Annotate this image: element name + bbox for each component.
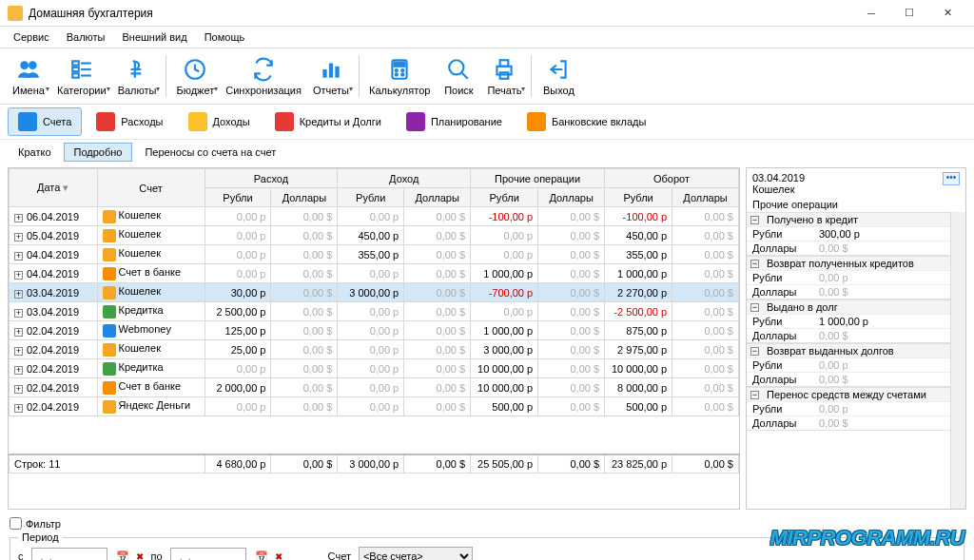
subtab-0[interactable]: Кратко — [8, 143, 62, 162]
navtab-2[interactable]: Доходы — [178, 107, 261, 136]
menu-item-1[interactable]: Валюты — [59, 29, 113, 45]
expand-icon[interactable]: + — [14, 328, 23, 337]
svg-rect-3 — [72, 68, 79, 71]
detail-account: Кошелек — [752, 183, 805, 195]
account-icon — [103, 267, 116, 280]
expand-icon[interactable]: + — [14, 347, 23, 356]
date-to-input[interactable] — [170, 548, 246, 560]
toolbar-Бюджет[interactable]: Бюджет▾ — [170, 50, 220, 102]
calendar-icon[interactable]: 📅 — [254, 549, 269, 560]
account-icon — [103, 381, 116, 395]
toolbar-Синхронизация[interactable]: Синхронизация — [220, 50, 307, 102]
detail-more-button[interactable]: ••• — [943, 172, 960, 185]
toolbar-Выход[interactable]: Выход — [536, 50, 581, 102]
table-row[interactable]: +04.04.2019Кошелек0,00 р0,00 $355,00 р0,… — [10, 245, 739, 264]
toolbar-Печать[interactable]: Печать▾ — [481, 50, 527, 102]
close-button[interactable]: ✕ — [928, 0, 966, 27]
account-icon — [103, 286, 116, 299]
menu-item-2[interactable]: Внешний вид — [115, 29, 195, 45]
navtab-1[interactable]: Расходы — [86, 107, 173, 136]
navtab-5[interactable]: Банковские вклады — [516, 107, 656, 136]
svg-rect-9 — [322, 69, 326, 78]
collapse-icon[interactable]: − — [750, 260, 759, 268]
maximize-button[interactable]: ☐ — [890, 0, 928, 27]
data-grid[interactable]: Дата ▾СчетРасходДоходПрочие операцииОбор… — [9, 168, 739, 509]
navtab-0[interactable]: Счета — [8, 107, 82, 136]
svg-point-14 — [396, 69, 398, 71]
clear-date-icon[interactable]: ✖ — [136, 551, 144, 561]
collapse-icon[interactable]: − — [750, 216, 759, 224]
table-row[interactable]: +06.04.2019Кошелек0,00 р0,00 $0,00 р0,00… — [10, 207, 739, 226]
calendar-icon[interactable]: 📅 — [115, 549, 130, 560]
account-icon — [103, 305, 116, 319]
table-row[interactable]: +03.04.2019Кредитка2 500,00 р0,00 $0,00 … — [10, 302, 739, 321]
toolbar-Поиск[interactable]: Поиск — [436, 50, 481, 102]
detail-section-header[interactable]: −Перенос средств между счетами — [747, 387, 950, 401]
menu-item-0[interactable]: Сервис — [6, 29, 57, 45]
titlebar: Домашняя бухгалтерия ─ ☐ ✕ — [0, 0, 974, 27]
table-row[interactable]: +05.04.2019Кошелек0,00 р0,00 $450,00 р0,… — [10, 226, 739, 245]
filter-check-input[interactable] — [10, 517, 22, 530]
expand-icon[interactable]: + — [14, 252, 23, 261]
expand-icon[interactable]: + — [14, 233, 23, 241]
account-icon — [103, 343, 116, 357]
menu-item-3[interactable]: Помощь — [197, 29, 253, 45]
navtab-icon — [527, 112, 546, 131]
minimize-button[interactable]: ─ — [852, 0, 890, 27]
subtab-1[interactable]: Подробно — [64, 143, 133, 162]
navtab-4[interactable]: Планирование — [396, 107, 513, 136]
detail-row: Рубли1 000,00 р — [747, 314, 950, 328]
table-row[interactable]: +02.04.2019Яндекс Деньги0,00 р0,00 $0,00… — [10, 397, 739, 416]
detail-row: Доллары0,00 $ — [747, 415, 950, 430]
from-label: с — [18, 550, 24, 560]
toolbar-Отчеты[interactable]: Отчеты▾ — [307, 50, 355, 102]
expand-icon[interactable]: + — [14, 290, 23, 299]
svg-rect-10 — [329, 64, 333, 78]
scrollbar[interactable] — [950, 212, 965, 509]
detail-section-header[interactable]: −Возврат выданных долгов — [747, 343, 950, 357]
period-legend: Период — [18, 531, 63, 543]
detail-row: Рубли300,00 р — [747, 226, 950, 241]
toolbar-Категории[interactable]: Категории▾ — [51, 50, 112, 102]
detail-row: Доллары0,00 $ — [747, 284, 950, 299]
expand-icon[interactable]: + — [14, 366, 23, 375]
detail-row: Рубли0,00 р — [747, 270, 950, 284]
toolbar-Калькулятор[interactable]: Калькулятор — [363, 50, 436, 102]
collapse-icon[interactable]: − — [750, 391, 759, 399]
expand-icon[interactable]: + — [14, 385, 23, 394]
toolbar-Валюты[interactable]: Валюты▾ — [112, 50, 163, 102]
collapse-icon[interactable]: − — [750, 347, 759, 356]
Синхронизация-icon — [250, 56, 277, 83]
navtab-3[interactable]: Кредиты и Долги — [264, 107, 392, 136]
detail-row: Доллары0,00 $ — [747, 328, 950, 342]
svg-point-0 — [20, 61, 29, 69]
account-filter-select[interactable]: <Все счета> — [359, 547, 473, 560]
toolbar-Имена[interactable]: Имена▾ — [6, 50, 51, 102]
expand-icon[interactable]: + — [14, 309, 23, 318]
chevron-down-icon: ▾ — [349, 85, 353, 93]
detail-section-header[interactable]: −Выдано в долг — [747, 299, 950, 314]
table-row[interactable]: +02.04.2019Счет в банке2 000,00 р0,00 $0… — [10, 378, 739, 397]
table-row[interactable]: +02.04.2019Webmoney125,00 р0,00 $0,00 р0… — [10, 321, 739, 340]
clear-date-icon[interactable]: ✖ — [275, 551, 282, 561]
subtab-2[interactable]: Переносы со счета на счет — [134, 143, 286, 162]
watermark: MIRPROGRAMM.RU — [770, 526, 964, 550]
detail-section-header[interactable]: −Возврат полученных кредитов — [747, 256, 950, 270]
Калькулятор-icon — [386, 56, 413, 83]
table-row[interactable]: +02.04.2019Кошелек25,00 р0,00 $0,00 р0,0… — [10, 340, 739, 359]
expand-icon[interactable]: + — [14, 404, 23, 413]
detail-body: −Получено в кредитРубли300,00 рДоллары0,… — [747, 212, 950, 509]
expand-icon[interactable]: + — [14, 214, 23, 222]
svg-point-1 — [29, 61, 37, 69]
expand-icon[interactable]: + — [14, 271, 23, 280]
Поиск-icon — [445, 56, 472, 83]
table-row[interactable]: +04.04.2019Счет в банке0,00 р0,00 $0,00 … — [10, 264, 739, 283]
app-icon — [8, 6, 23, 21]
collapse-icon[interactable]: − — [750, 303, 759, 312]
detail-section-title: Прочие операции — [747, 199, 965, 212]
detail-section-header[interactable]: −Получено в кредит — [747, 212, 950, 226]
table-row[interactable]: +02.04.2019Кредитка0,00 р0,00 $0,00 р0,0… — [10, 359, 739, 378]
date-from-input[interactable] — [31, 548, 107, 560]
Отчеты-icon — [318, 56, 344, 83]
table-row[interactable]: +03.04.2019Кошелек30,00 р0,00 $3 000,00 … — [10, 283, 739, 302]
